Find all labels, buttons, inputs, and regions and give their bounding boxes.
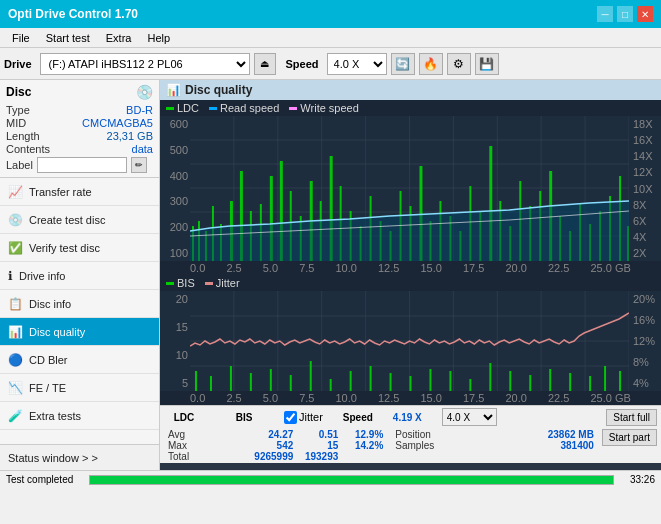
upper-legend: LDC Read speed Write speed <box>160 100 661 116</box>
drive-info-icon: ℹ <box>8 269 13 283</box>
ldc-col-header: LDC <box>164 412 204 423</box>
svg-rect-84 <box>390 373 392 391</box>
menu-start-test[interactable]: Start test <box>38 30 98 46</box>
stats-table: Avg 24.27 0.51 12.9% Position 23862 MB M… <box>164 429 598 462</box>
menu-help[interactable]: Help <box>139 30 178 46</box>
disc-info-icon: 📋 <box>8 297 23 311</box>
burn-button[interactable]: 🔥 <box>419 53 443 75</box>
contents-label: Contents <box>6 143 50 155</box>
label-input[interactable] <box>37 157 127 173</box>
mid-label: MID <box>6 117 26 129</box>
svg-rect-75 <box>210 376 212 391</box>
status-window-button[interactable]: Status window > > <box>0 444 159 470</box>
drive-select[interactable]: (F:) ATAPI iHBS112 2 PL06 <box>40 53 250 75</box>
menu-extra[interactable]: Extra <box>98 30 140 46</box>
svg-rect-94 <box>589 376 591 391</box>
legend-read: Read speed <box>209 102 279 114</box>
speed-select[interactable]: 4.0 X <box>327 53 387 75</box>
x-axis-lower: 0.0 2.5 5.0 7.5 10.0 12.5 15.0 17.5 20.0… <box>160 391 661 405</box>
lower-legend: BIS Jitter <box>160 275 661 291</box>
speed-dropdown[interactable]: 4.0 X <box>442 408 497 426</box>
type-label: Type <box>6 104 30 116</box>
minimize-button[interactable]: ─ <box>597 6 613 22</box>
legend-write: Write speed <box>289 102 359 114</box>
svg-rect-88 <box>469 379 471 391</box>
start-part-button[interactable]: Start part <box>602 429 657 446</box>
upper-chart: 600 500 400 300 200 100 <box>160 116 661 261</box>
svg-rect-78 <box>270 369 272 391</box>
titlebar: Opti Drive Control 1.70 ─ □ ✕ <box>0 0 661 28</box>
eject-button[interactable]: ⏏ <box>254 53 276 75</box>
disc-panel: Disc 💿 Type BD-R MID CMCMAGBA5 Length 23… <box>0 80 159 178</box>
sidebar-item-disc-quality[interactable]: 📊 Disc quality <box>0 318 159 346</box>
disc-icon: 💿 <box>136 84 153 100</box>
sidebar-item-transfer-rate[interactable]: 📈 Transfer rate <box>0 178 159 206</box>
lower-chart-svg <box>190 291 629 391</box>
lower-chart-area <box>190 291 629 391</box>
save-button[interactable]: 💾 <box>475 53 499 75</box>
max-row: Max 542 15 14.2% Samples 381400 <box>164 440 598 451</box>
transfer-rate-icon: 📈 <box>8 185 23 199</box>
x-axis-upper: 0.0 2.5 5.0 7.5 10.0 12.5 15.0 17.5 20.0… <box>160 261 661 275</box>
type-value: BD-R <box>126 104 153 116</box>
svg-rect-91 <box>529 375 531 391</box>
sidebar-item-fe-te[interactable]: 📉 FE / TE <box>0 374 159 402</box>
read-dot <box>209 107 217 110</box>
mid-value: CMCMAGBA5 <box>82 117 153 129</box>
chart-title: Disc quality <box>185 83 252 97</box>
stats-rows: Avg 24.27 0.51 12.9% Position 23862 MB M… <box>160 428 661 463</box>
sidebar-item-disc-info[interactable]: 📋 Disc info <box>0 290 159 318</box>
extra-tests-icon: 🧪 <box>8 409 23 423</box>
ldc-dot <box>166 107 174 110</box>
main-layout: Disc 💿 Type BD-R MID CMCMAGBA5 Length 23… <box>0 80 661 470</box>
lower-chart: 20 15 10 5 <box>160 291 661 391</box>
svg-rect-76 <box>230 366 232 391</box>
settings-button[interactable]: ⚙ <box>447 53 471 75</box>
stats-panel: LDC BIS Jitter Speed 4.19 X 4.0 X Start … <box>160 405 661 428</box>
y-axis-right-upper: 18X 16X 14X 12X 10X 8X 6X 4X 2X <box>629 116 661 261</box>
svg-rect-77 <box>250 373 252 391</box>
close-button[interactable]: ✕ <box>637 6 653 22</box>
bis-bars <box>195 361 621 391</box>
jitter-checkbox[interactable] <box>284 411 297 424</box>
sidebar-item-drive-info[interactable]: ℹ Drive info <box>0 262 159 290</box>
bis-dot <box>166 282 174 285</box>
svg-rect-93 <box>569 373 571 391</box>
svg-rect-86 <box>429 369 431 391</box>
svg-rect-80 <box>310 361 312 391</box>
sidebar-item-cd-bler[interactable]: 🔵 CD Bler <box>0 346 159 374</box>
progress-fill <box>90 476 613 484</box>
y-axis-left-upper: 600 500 400 300 200 100 <box>160 116 190 261</box>
jitter-checkbox-label: Jitter <box>284 411 323 424</box>
y-axis-left-lower: 20 15 10 5 <box>160 291 190 391</box>
svg-rect-85 <box>410 376 412 391</box>
app-title: Opti Drive Control 1.70 <box>8 7 138 21</box>
svg-rect-96 <box>619 371 621 391</box>
statusbar: Test completed 33:26 <box>0 470 661 488</box>
legend-jitter: Jitter <box>205 277 240 289</box>
sidebar-item-verify-test-disc[interactable]: ✅ Verify test disc <box>0 234 159 262</box>
refresh-button[interactable]: 🔄 <box>391 53 415 75</box>
svg-rect-92 <box>549 369 551 391</box>
jitter-dot <box>205 282 213 285</box>
start-full-button[interactable]: Start full <box>606 409 657 426</box>
contents-value: data <box>132 143 153 155</box>
label-edit-button[interactable]: ✏ <box>131 157 147 173</box>
svg-rect-89 <box>489 363 491 391</box>
menu-file[interactable]: File <box>4 30 38 46</box>
svg-rect-95 <box>604 366 606 391</box>
bis-col-header: BIS <box>224 412 264 423</box>
chart-title-icon: 📊 <box>166 83 181 97</box>
svg-rect-83 <box>370 366 372 391</box>
fe-te-icon: 📉 <box>8 381 23 395</box>
verify-test-disc-icon: ✅ <box>8 241 23 255</box>
maximize-button[interactable]: □ <box>617 6 633 22</box>
sidebar-item-extra-tests[interactable]: 🧪 Extra tests <box>0 402 159 430</box>
disc-panel-title: Disc <box>6 85 31 99</box>
total-row: Total 9265999 193293 <box>164 451 598 462</box>
status-time: 33:26 <box>630 474 655 485</box>
create-test-disc-icon: 💿 <box>8 213 23 227</box>
length-label: Length <box>6 130 40 142</box>
upper-chart-svg <box>190 116 629 261</box>
sidebar-item-create-test-disc[interactable]: 💿 Create test disc <box>0 206 159 234</box>
